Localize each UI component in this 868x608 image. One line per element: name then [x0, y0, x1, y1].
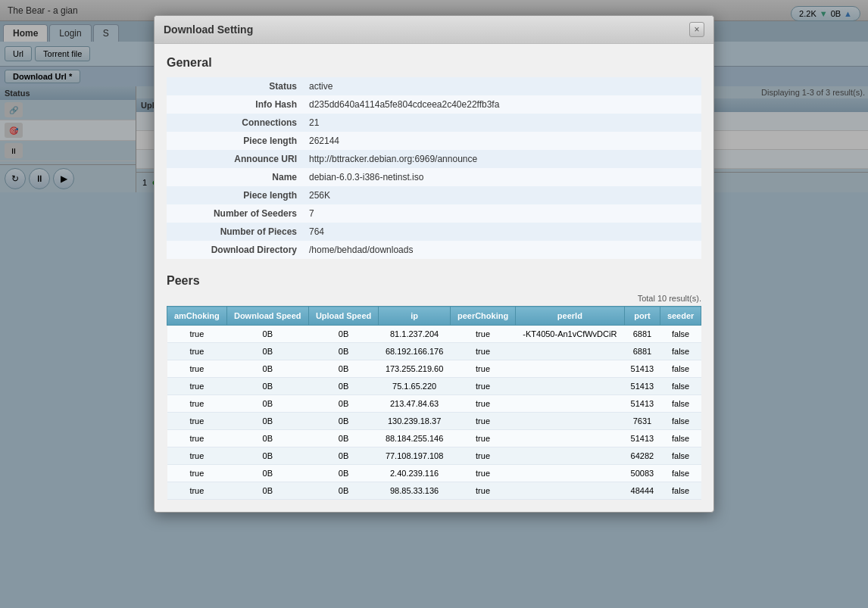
info-label: Info Hash: [167, 95, 303, 114]
info-value: active: [303, 77, 701, 95]
column-header: ip: [379, 307, 451, 326]
table-cell: true: [450, 395, 515, 413]
table-cell: true: [167, 447, 227, 465]
table-cell: 0B: [308, 343, 378, 360]
peers-table: amChokingDownload SpeedUpload Speedippee…: [167, 306, 701, 500]
table-cell: [516, 395, 624, 413]
table-cell: true: [167, 326, 227, 343]
table-cell: 0B: [308, 326, 378, 343]
table-cell: 0B: [308, 447, 378, 465]
table-cell: [516, 447, 624, 465]
modal-close-button[interactable]: ×: [689, 22, 704, 37]
table-cell: 64282: [624, 447, 660, 465]
table-cell: false: [660, 413, 701, 430]
table-cell: false: [660, 360, 701, 378]
table-cell: 6881: [624, 326, 660, 343]
table-cell: [516, 378, 624, 395]
table-cell: 0B: [226, 395, 308, 413]
table-cell: 173.255.219.60: [379, 360, 451, 378]
column-header: Upload Speed: [308, 307, 378, 326]
table-cell: 51413: [624, 430, 660, 447]
table-row: true0B0B81.1.237.204true-KT4050-An1vCfWv…: [167, 326, 701, 343]
table-cell: false: [660, 482, 701, 500]
info-label: Download Directory: [167, 241, 303, 259]
table-row: Download Directory/home/behdad/downloads: [167, 241, 701, 259]
table-cell: true: [450, 413, 515, 430]
table-row: Info Hashd235dd640a4114a5fe804cdceea2c40…: [167, 95, 701, 114]
table-cell: true: [167, 395, 227, 413]
column-header: seeder: [660, 307, 701, 326]
table-cell: 98.85.33.136: [379, 482, 451, 500]
table-cell: false: [660, 395, 701, 413]
table-cell: [516, 465, 624, 482]
table-cell: true: [450, 343, 515, 360]
table-cell: 0B: [226, 482, 308, 500]
column-header: port: [624, 307, 660, 326]
table-row: Connections21: [167, 114, 701, 132]
download-setting-modal: Download Setting × General StatusactiveI…: [154, 15, 714, 513]
table-cell: true: [167, 343, 227, 360]
table-row: Piece length262144: [167, 132, 701, 150]
table-cell: true: [167, 430, 227, 447]
table-cell: 0B: [308, 465, 378, 482]
table-cell: [516, 430, 624, 447]
modal-titlebar: Download Setting ×: [155, 16, 713, 44]
table-cell: true: [450, 430, 515, 447]
info-value: 764: [303, 223, 701, 241]
table-row: true0B0B213.47.84.63true51413false: [167, 395, 701, 413]
table-cell: 0B: [226, 430, 308, 447]
table-cell: 130.239.18.37: [379, 413, 451, 430]
table-cell: 213.47.84.63: [379, 395, 451, 413]
table-cell: 0B: [226, 413, 308, 430]
column-header: amChoking: [167, 307, 227, 326]
table-cell: 0B: [308, 482, 378, 500]
table-cell: false: [660, 465, 701, 482]
table-row: true0B0B2.40.239.116true50083false: [167, 465, 701, 482]
table-cell: 0B: [308, 360, 378, 378]
table-cell: 0B: [226, 360, 308, 378]
table-cell: 0B: [226, 465, 308, 482]
table-cell: 0B: [308, 395, 378, 413]
info-label: Piece length: [167, 186, 303, 204]
table-cell: false: [660, 326, 701, 343]
table-cell: false: [660, 343, 701, 360]
table-row: Announce URIhttp://bttracker.debian.org:…: [167, 150, 701, 168]
table-cell: 88.184.255.146: [379, 430, 451, 447]
table-row: true0B0B77.108.197.108true64282false: [167, 447, 701, 465]
table-row: Number of Pieces764: [167, 223, 701, 241]
table-cell: true: [167, 360, 227, 378]
table-cell: 51413: [624, 378, 660, 395]
info-label: Status: [167, 77, 303, 95]
table-cell: true: [450, 378, 515, 395]
table-cell: true: [450, 465, 515, 482]
table-cell: 0B: [308, 378, 378, 395]
table-cell: false: [660, 430, 701, 447]
modal-body: General StatusactiveInfo Hashd235dd640a4…: [155, 44, 713, 512]
table-cell: 68.192.166.176: [379, 343, 451, 360]
table-cell: true: [167, 413, 227, 430]
general-section-title: General: [167, 56, 701, 70]
table-cell: [516, 482, 624, 500]
info-value: d235dd640a4114a5fe804cdceea2c40e22ffb3fa: [303, 95, 701, 114]
modal-title: Download Setting: [164, 23, 253, 36]
table-cell: [516, 360, 624, 378]
table-cell: false: [660, 447, 701, 465]
table-cell: [516, 413, 624, 430]
table-cell: -KT4050-An1vCfWvDCiR: [516, 326, 624, 343]
table-cell: 0B: [226, 343, 308, 360]
column-header: peerChoking: [450, 307, 515, 326]
table-cell: true: [450, 447, 515, 465]
info-value: http://bttracker.debian.org:6969/announc…: [303, 150, 701, 168]
info-value: /home/behdad/downloads: [303, 241, 701, 259]
info-label: Connections: [167, 114, 303, 132]
modal-body-wrapper: General StatusactiveInfo Hashd235dd640a4…: [155, 44, 713, 512]
info-label: Number of Seeders: [167, 204, 303, 223]
peers-total: Total 10 result(s).: [167, 294, 701, 303]
table-cell: 48444: [624, 482, 660, 500]
table-cell: 7631: [624, 413, 660, 430]
table-cell: 0B: [308, 413, 378, 430]
table-row: true0B0B173.255.219.60true51413false: [167, 360, 701, 378]
info-label: Announce URI: [167, 150, 303, 168]
table-row: true0B0B68.192.166.176true6881false: [167, 343, 701, 360]
info-label: Piece length: [167, 132, 303, 150]
